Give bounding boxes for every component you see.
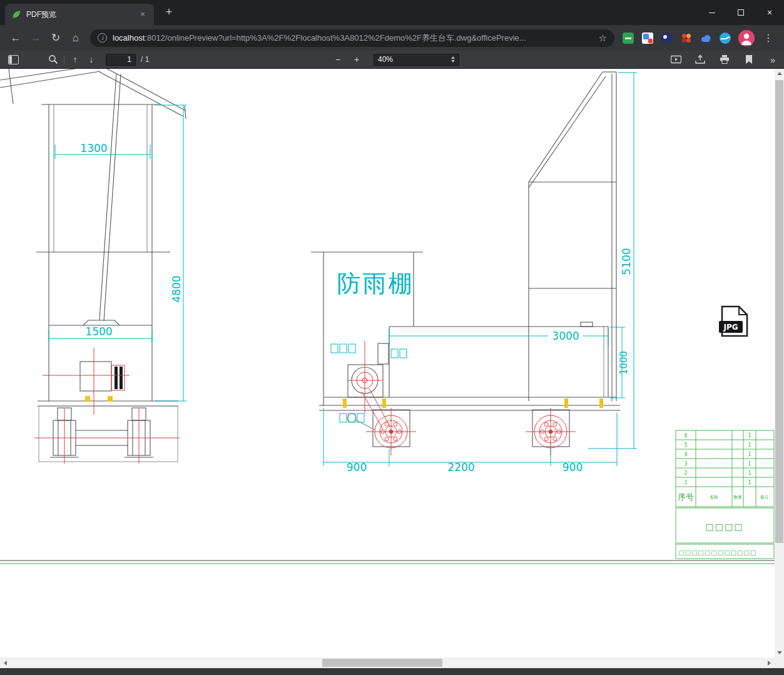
- title-block-footer: □□□□□□□□□□□□: [678, 549, 756, 556]
- open-file-icon[interactable]: [692, 52, 708, 67]
- row-no: 5: [684, 442, 687, 448]
- address-bar[interactable]: i localhost:8012/onlinePreview?url=http%…: [90, 29, 614, 47]
- bookmark-icon[interactable]: [741, 52, 757, 67]
- page-info-icon[interactable]: i: [98, 33, 107, 43]
- zoom-value: 40%: [378, 55, 451, 64]
- horizontal-scrollbar-thumb[interactable]: [322, 659, 442, 667]
- search-icon[interactable]: [45, 52, 61, 67]
- jpg-file-icon: JPG: [719, 307, 747, 336]
- dim-1000: 1000: [618, 351, 629, 375]
- horizontal-scrollbar[interactable]: [0, 657, 775, 668]
- back-button[interactable]: ←: [6, 29, 25, 48]
- row-qty: 1: [748, 433, 751, 439]
- row-no: 4: [684, 452, 687, 457]
- sidebar-toggle-icon[interactable]: [5, 52, 21, 67]
- dim-1500: 1500: [85, 325, 112, 338]
- window-bottom-edge: [0, 668, 784, 675]
- tab-close-icon[interactable]: ×: [138, 9, 148, 19]
- home-button[interactable]: ⌂: [66, 29, 85, 48]
- side-view-dimension-text: 防雨棚 3000 1000 5100 900 2200 900: [337, 248, 633, 474]
- browser-window: PDF预览 × + × ← → ↻ ⌂ i localhost:8012/onl…: [0, 0, 784, 675]
- presentation-mode-icon[interactable]: [668, 52, 684, 67]
- pdf-toolbar-left: ↑ ↓ / 1: [5, 51, 149, 68]
- col-note-label: 备注: [760, 494, 769, 500]
- canopy-label: 防雨棚: [337, 270, 414, 297]
- row-qty: 1: [748, 442, 751, 448]
- scrollbar-corner: [775, 657, 784, 668]
- pdf-toolbar: ↑ ↓ / 1 − + 40% »: [0, 51, 784, 69]
- row-qty: 1: [748, 452, 751, 457]
- dim-1300: 1300: [80, 142, 107, 155]
- title-block-title: □□□□: [706, 522, 744, 532]
- toolbar-divider: [64, 55, 64, 64]
- row-no: 1: [684, 480, 687, 485]
- tab-title: PDF预览: [26, 9, 133, 20]
- zoom-spinner-icon: [451, 56, 455, 63]
- print-icon[interactable]: [716, 52, 733, 67]
- dim-900-right: 900: [563, 461, 583, 474]
- row-qty: 1: [748, 470, 751, 476]
- maximize-button[interactable]: [726, 0, 755, 25]
- scroll-up-arrow[interactable]: [775, 69, 784, 78]
- col-qty-label: 数量: [733, 495, 742, 500]
- row-qty: 1: [748, 480, 751, 485]
- window-controls: ×: [698, 0, 784, 25]
- zoom-select[interactable]: 40%: [374, 54, 459, 66]
- scroll-down-arrow[interactable]: [775, 648, 784, 657]
- dim-4800: 4800: [170, 275, 183, 302]
- close-button[interactable]: ×: [755, 0, 784, 25]
- row-qty: 1: [748, 461, 751, 467]
- page-down-icon[interactable]: ↓: [83, 52, 99, 67]
- cad-drawing: 1300 1500 4800: [0, 69, 775, 657]
- side-view-clamps: [343, 398, 603, 408]
- extension-icon-6[interactable]: [719, 32, 731, 44]
- pdf-toolbar-zoom: − + 40%: [330, 51, 459, 68]
- url-rest: :8012/onlinePreview?url=http%3A%2F%2Floc…: [145, 33, 526, 43]
- forward-button[interactable]: →: [26, 29, 45, 48]
- extension-icon-2[interactable]: [641, 32, 654, 44]
- col-name-label: 名称: [710, 495, 718, 500]
- extensions-area: ⋮: [622, 30, 775, 46]
- pdf-toolbar-right: »: [668, 51, 780, 68]
- zoom-in-button[interactable]: +: [349, 52, 365, 67]
- scroll-left-arrow[interactable]: [0, 657, 11, 668]
- dim-5100: 5100: [620, 248, 633, 275]
- kkfileview-leaf-favicon: [11, 9, 21, 19]
- browser-menu-icon[interactable]: ⋮: [761, 32, 775, 44]
- zoom-out-button[interactable]: −: [330, 52, 346, 67]
- url-host: localhost: [113, 33, 145, 43]
- browser-tab[interactable]: PDF预览 ×: [5, 4, 154, 25]
- sheet-border-lines: [0, 561, 775, 564]
- front-view-dimension-lines: [49, 105, 186, 401]
- row-no: 6: [684, 433, 687, 439]
- bookmark-star-icon[interactable]: ☆: [599, 33, 607, 44]
- new-tab-button[interactable]: +: [160, 4, 178, 21]
- row-no: 3: [684, 461, 687, 467]
- minimize-button[interactable]: [698, 0, 726, 25]
- pdf-page: 1300 1500 4800: [0, 69, 775, 657]
- dim-2200: 2200: [447, 461, 474, 474]
- front-view-solids: [115, 367, 123, 389]
- address-toolbar: ← → ↻ ⌂ i localhost:8012/onlinePreview?u…: [0, 25, 784, 51]
- side-view-red-details: [348, 341, 576, 455]
- dim-900-left: 900: [347, 461, 367, 474]
- extension-icon-4[interactable]: [680, 32, 693, 44]
- extension-icon-3[interactable]: [661, 32, 673, 44]
- page-up-icon[interactable]: ↑: [67, 52, 83, 67]
- vertical-scrollbar[interactable]: [775, 69, 784, 657]
- scroll-right-arrow[interactable]: [764, 657, 775, 668]
- side-view-geometry: [311, 72, 620, 447]
- front-view-geometry: [0, 69, 186, 462]
- title-block-text: 6 5 4 3 2 1 1 1 1 1 1 1 序号 名称 数量 备注 □□□□…: [678, 433, 769, 556]
- row-no: 2: [684, 470, 687, 476]
- front-view-dimension-text: 1300 1500 4800: [80, 142, 183, 338]
- extension-icon-5[interactable]: [700, 32, 712, 44]
- vertical-scrollbar-thumb[interactable]: [775, 80, 783, 543]
- extension-icon-1[interactable]: [622, 32, 634, 44]
- profile-avatar[interactable]: [738, 30, 755, 46]
- toolbar-more-icon[interactable]: »: [765, 54, 780, 65]
- reload-button[interactable]: ↻: [46, 29, 65, 48]
- page-count-label: / 1: [141, 55, 149, 64]
- tab-strip: PDF预览 × + ×: [0, 0, 784, 25]
- page-number-input[interactable]: [106, 54, 136, 66]
